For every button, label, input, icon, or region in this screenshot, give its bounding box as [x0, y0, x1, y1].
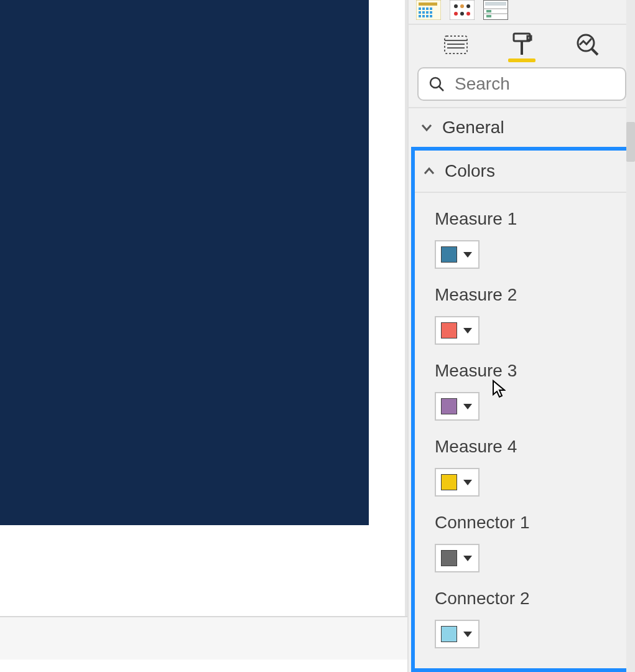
- color-property-label: Measure 4: [435, 437, 626, 457]
- caret-down-icon: [463, 252, 472, 258]
- svg-rect-11: [426, 15, 429, 17]
- section-general-label: General: [442, 118, 504, 138]
- visualizations-format-pane: General Colors Measure 1Measure 2Measure…: [407, 0, 635, 672]
- color-swatch: [441, 626, 457, 642]
- caret-down-icon: [463, 404, 472, 409]
- svg-point-18: [454, 12, 458, 16]
- color-property: Measure 2: [415, 269, 626, 345]
- color-swatch: [441, 550, 457, 566]
- color-property: Connector 2: [415, 572, 626, 648]
- section-general: General: [409, 107, 635, 147]
- svg-rect-12: [430, 15, 432, 17]
- svg-point-15: [454, 4, 458, 8]
- svg-rect-14: [450, 0, 475, 20]
- svg-rect-5: [419, 11, 421, 14]
- section-colors-body: Measure 1Measure 2Measure 3Measure 4Conn…: [415, 193, 626, 648]
- svg-rect-26: [486, 15, 491, 17]
- color-property: Measure 1: [415, 193, 626, 269]
- color-property: Measure 3: [415, 345, 626, 421]
- color-property-label: Measure 3: [435, 361, 626, 381]
- section-colors-highlight: Colors Measure 1Measure 2Measure 3Measur…: [411, 147, 630, 672]
- search-container: [409, 65, 635, 107]
- search-box[interactable]: [417, 67, 626, 101]
- pane-tabs: [409, 25, 635, 65]
- svg-point-20: [466, 12, 470, 16]
- page-tab-bar[interactable]: [0, 616, 407, 660]
- color-property: Measure 4: [415, 421, 626, 497]
- svg-rect-13: [419, 2, 437, 6]
- tab-format[interactable]: [503, 29, 540, 61]
- color-swatch: [441, 322, 457, 338]
- svg-rect-22: [485, 2, 506, 6]
- color-picker[interactable]: [435, 316, 480, 345]
- color-property-label: Connector 1: [435, 513, 626, 533]
- color-property-label: Measure 2: [435, 285, 626, 305]
- svg-line-35: [591, 49, 598, 55]
- color-picker[interactable]: [435, 544, 480, 572]
- caret-down-icon: [463, 632, 472, 637]
- r-visual-icon[interactable]: [450, 0, 475, 20]
- tab-fields[interactable]: [437, 29, 475, 61]
- svg-rect-3: [426, 7, 429, 10]
- caret-down-icon: [463, 328, 472, 334]
- chevron-up-icon: [422, 164, 436, 178]
- svg-rect-6: [422, 11, 425, 14]
- svg-rect-25: [486, 10, 491, 12]
- color-property-label: Measure 1: [435, 209, 626, 229]
- section-general-header[interactable]: General: [409, 108, 635, 147]
- search-icon: [429, 76, 445, 92]
- section-colors-header[interactable]: Colors: [415, 151, 626, 193]
- tab-analytics[interactable]: [569, 29, 606, 61]
- report-canvas-area: [0, 0, 407, 672]
- chevron-down-icon: [420, 121, 433, 134]
- color-property-label: Connector 2: [435, 589, 626, 609]
- svg-rect-1: [419, 7, 421, 10]
- caret-down-icon: [463, 480, 472, 485]
- section-colors-label: Colors: [445, 161, 495, 181]
- table-icon[interactable]: [483, 0, 508, 20]
- active-tab-underline: [508, 58, 535, 62]
- color-picker[interactable]: [435, 468, 480, 497]
- svg-point-36: [430, 78, 440, 88]
- color-swatch: [441, 246, 457, 263]
- search-input[interactable]: [455, 74, 615, 94]
- svg-rect-7: [426, 11, 429, 14]
- color-picker[interactable]: [435, 620, 480, 648]
- color-swatch: [441, 398, 457, 414]
- scrollbar-thumb[interactable]: [626, 122, 635, 162]
- color-property: Connector 1: [415, 497, 626, 572]
- svg-point-16: [460, 4, 464, 8]
- svg-rect-4: [430, 7, 432, 10]
- svg-line-37: [439, 86, 443, 91]
- visual-placeholder[interactable]: [0, 0, 369, 525]
- color-picker[interactable]: [435, 240, 480, 269]
- color-picker[interactable]: [435, 392, 480, 421]
- svg-rect-8: [430, 11, 432, 14]
- matrix-icon[interactable]: [416, 0, 441, 20]
- svg-rect-9: [419, 15, 421, 17]
- color-swatch: [441, 474, 457, 490]
- svg-rect-10: [422, 15, 425, 17]
- svg-point-17: [466, 4, 470, 8]
- svg-rect-2: [422, 7, 425, 10]
- visualizations-gallery: [409, 0, 635, 25]
- scrollbar-track[interactable]: [626, 0, 635, 672]
- caret-down-icon: [463, 556, 472, 561]
- svg-point-19: [460, 12, 464, 16]
